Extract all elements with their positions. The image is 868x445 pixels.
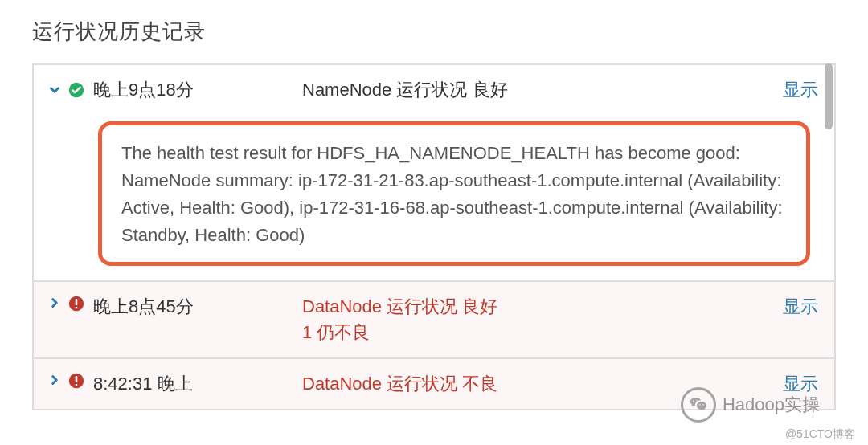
row-msg-line2: 1 仍不良	[302, 320, 783, 345]
row-msg: DataNode 运行状况 良好 1 仍不良	[302, 295, 783, 345]
svg-rect-5	[76, 376, 78, 382]
status-good-icon	[68, 81, 85, 99]
chevron-right-icon	[47, 372, 63, 388]
row-time: 晚上8点45分	[93, 295, 302, 319]
svg-rect-6	[76, 384, 78, 386]
row-msg: NameNode 运行状况 良好	[302, 78, 783, 102]
watermark-brand: Hadoop实操	[681, 387, 820, 423]
row-msg-line1: DataNode 运行状况 良好	[302, 295, 783, 319]
detail-text: The health test result for HDFS_HA_NAMEN…	[121, 140, 787, 249]
status-error-icon	[68, 295, 85, 312]
svg-rect-3	[76, 307, 78, 309]
row-time: 晚上9点18分	[93, 78, 302, 102]
row-time: 8:42:31 晚上	[93, 372, 302, 396]
scrollbar-thumb[interactable]	[825, 63, 833, 129]
history-row: 晚上9点18分 NameNode 运行状况 良好 显示 The health t…	[34, 65, 834, 282]
watermark-brand-text: Hadoop实操	[723, 393, 820, 417]
show-link[interactable]: 显示	[783, 295, 818, 319]
show-link[interactable]: 显示	[783, 78, 818, 102]
scrollbar-track	[823, 63, 834, 410]
status-error-icon	[68, 372, 85, 390]
page-title: 运行状况历史记录	[32, 18, 836, 46]
history-list: 晚上9点18分 NameNode 运行状况 良好 显示 The health t…	[32, 63, 836, 410]
detail-box: The health test result for HDFS_HA_NAMEN…	[98, 121, 810, 266]
row-header[interactable]: 晚上9点18分 NameNode 运行状况 良好 显示	[34, 65, 834, 115]
history-row[interactable]: 晚上8点45分 DataNode 运行状况 良好 1 仍不良 显示	[34, 282, 834, 359]
wechat-icon	[681, 387, 716, 423]
chevron-right-icon	[47, 295, 63, 311]
watermark-corner: @51CTO博客	[785, 427, 855, 442]
chevron-down-icon	[47, 82, 63, 98]
svg-rect-2	[76, 299, 78, 305]
